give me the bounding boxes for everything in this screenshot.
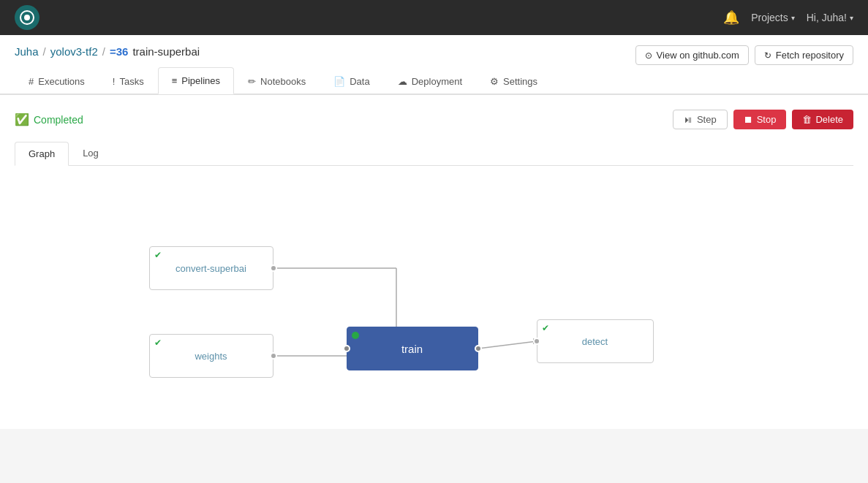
node-label-detect: detect (582, 336, 608, 347)
graph-area: ✔ convert-superbai ✔ weights train ✔ det… (15, 180, 853, 414)
app-logo[interactable] (15, 5, 39, 30)
nav-right: 🔔 Projects ▾ Hi, Juha! ▾ (723, 9, 853, 26)
sub-tab-log[interactable]: Log (69, 141, 113, 165)
notebooks-icon: ✏ (248, 76, 256, 87)
fetch-repository-button[interactable]: ↻ Fetch repository (755, 45, 853, 65)
status-bar: ✅ Completed ⏯ Step ⏹ Stop 🗑 Delete (15, 110, 853, 129)
tab-tasks-label: Tasks (119, 76, 143, 87)
node-weights[interactable]: ✔ weights (149, 334, 273, 378)
main-content: ✅ Completed ⏯ Step ⏹ Stop 🗑 Delete Graph… (0, 94, 868, 429)
notifications-bell-icon[interactable]: 🔔 (723, 9, 739, 26)
breadcrumb-bar: Juha / yolov3-tf2 / =36 train-superbai ⊙… (0, 35, 868, 94)
main-tabs: # Executions ! Tasks ≡ Pipelines ✏ Noteb… (15, 66, 853, 94)
stop-icon: ⏹ (744, 114, 753, 125)
data-icon: 📄 (333, 76, 345, 87)
graph-canvas: ✔ convert-superbai ✔ weights train ✔ det… (120, 202, 749, 392)
tab-pipelines[interactable]: ≡ Pipelines (158, 67, 234, 94)
node-label-train: train (401, 343, 423, 355)
svg-point-1 (24, 15, 30, 20)
deployment-icon: ☁ (398, 76, 407, 87)
step-icon: ⏯ (684, 114, 693, 125)
node-check-icon-convert: ✔ (154, 250, 162, 260)
tab-data[interactable]: 📄 Data (320, 67, 383, 94)
node-detect[interactable]: ✔ detect (537, 319, 654, 363)
node-dot-train-left (343, 345, 350, 352)
check-circle-icon: ✅ (15, 113, 29, 126)
github-icon: ⊙ (645, 50, 652, 61)
top-navigation: 🔔 Projects ▾ Hi, Juha! ▾ (0, 0, 868, 35)
pipelines-icon: ≡ (172, 75, 178, 86)
status-completed: ✅ Completed (15, 113, 83, 126)
breadcrumb-actions: ⊙ View on github.com ↻ Fetch repository (635, 45, 853, 65)
delete-button[interactable]: 🗑 Delete (792, 110, 853, 129)
breadcrumb-sep-1: / (43, 45, 46, 58)
tab-deployment[interactable]: ☁ Deployment (384, 67, 476, 94)
tab-notebooks-label: Notebooks (260, 76, 306, 87)
node-label-convert: convert-superbai (176, 263, 246, 274)
node-dot-train-right (475, 345, 482, 352)
breadcrumb-sep-2: / (102, 45, 105, 58)
tasks-icon: ! (113, 76, 116, 87)
node-dot-detect-left (533, 338, 540, 345)
refresh-icon: ↻ (764, 50, 771, 61)
status-label: Completed (34, 114, 83, 126)
trash-icon: 🗑 (802, 114, 812, 125)
action-buttons: ⏯ Step ⏹ Stop 🗑 Delete (673, 110, 853, 129)
node-check-icon-weights: ✔ (154, 338, 162, 348)
breadcrumb-pipeline-name: train-superbai (132, 45, 200, 58)
projects-button[interactable]: Projects ▾ (751, 12, 795, 23)
svg-line-6 (478, 341, 537, 349)
tab-tasks[interactable]: ! Tasks (99, 67, 158, 94)
tab-executions[interactable]: # Executions (15, 67, 99, 94)
breadcrumb-user-link[interactable]: Juha (15, 45, 39, 58)
tab-deployment-label: Deployment (412, 76, 462, 87)
breadcrumb-run-num: =36 (110, 45, 128, 58)
step-button[interactable]: ⏯ Step (673, 110, 728, 129)
breadcrumb-repo-link[interactable]: yolov3-tf2 (50, 45, 98, 58)
user-caret-icon: ▾ (850, 14, 853, 22)
settings-icon: ⚙ (490, 76, 499, 87)
view-github-button[interactable]: ⊙ View on github.com (635, 45, 749, 65)
node-label-weights: weights (195, 351, 227, 362)
nav-left (15, 5, 39, 30)
projects-caret-icon: ▾ (791, 14, 795, 22)
node-convert-superbai[interactable]: ✔ convert-superbai (149, 246, 273, 290)
stop-button[interactable]: ⏹ Stop (733, 110, 787, 129)
tab-notebooks[interactable]: ✏ Notebooks (234, 67, 320, 94)
tab-data-label: Data (350, 76, 369, 87)
node-dot-weights-right (270, 352, 277, 360)
node-dot-convert-right (270, 265, 277, 272)
sub-tabs: Graph Log (15, 141, 853, 166)
node-train[interactable]: train (347, 327, 478, 370)
tab-settings-label: Settings (503, 76, 537, 87)
node-dot-train-green (352, 332, 359, 339)
node-check-icon-detect: ✔ (542, 323, 549, 333)
tab-pipelines-label: Pipelines (181, 75, 220, 86)
tab-settings[interactable]: ⚙ Settings (476, 67, 551, 94)
executions-icon: # (29, 76, 34, 87)
breadcrumb: Juha / yolov3-tf2 / =36 train-superbai (15, 45, 200, 58)
tab-executions-label: Executions (38, 76, 85, 87)
user-menu-button[interactable]: Hi, Juha! ▾ (807, 12, 853, 23)
sub-tab-graph[interactable]: Graph (15, 142, 69, 166)
